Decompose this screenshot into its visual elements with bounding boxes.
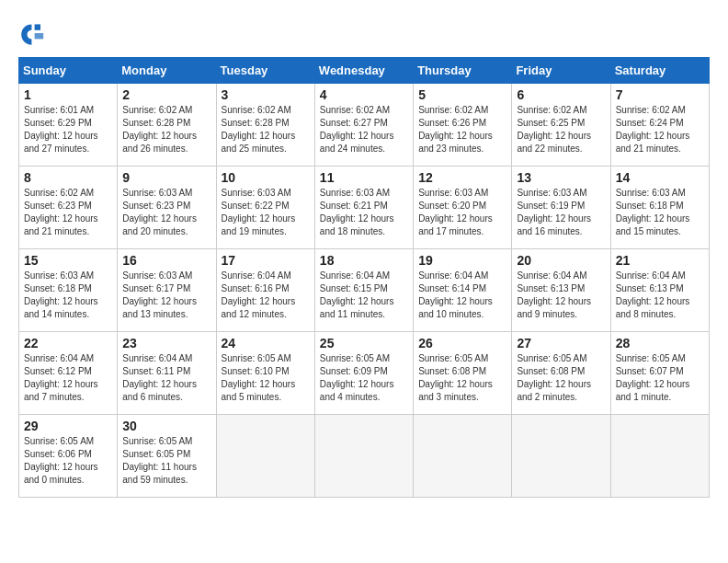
calendar-day-26: 26Sunrise: 6:05 AM Sunset: 6:08 PM Dayli… xyxy=(414,332,512,415)
weekday-header-friday: Friday xyxy=(512,58,610,84)
calendar-day-2: 2Sunrise: 6:02 AM Sunset: 6:28 PM Daylig… xyxy=(118,84,216,167)
calendar-day-22: 22Sunrise: 6:04 AM Sunset: 6:12 PM Dayli… xyxy=(19,332,118,415)
calendar-table: SundayMondayTuesdayWednesdayThursdayFrid… xyxy=(18,57,710,498)
calendar-week-4: 22Sunrise: 6:04 AM Sunset: 6:12 PM Dayli… xyxy=(19,332,710,415)
calendar-day-29: 29Sunrise: 6:05 AM Sunset: 6:06 PM Dayli… xyxy=(19,415,118,498)
calendar-empty xyxy=(512,415,610,498)
calendar-day-28: 28Sunrise: 6:05 AM Sunset: 6:07 PM Dayli… xyxy=(610,332,709,415)
calendar-day-21: 21Sunrise: 6:04 AM Sunset: 6:13 PM Dayli… xyxy=(610,249,709,332)
calendar-week-2: 8Sunrise: 6:02 AM Sunset: 6:23 PM Daylig… xyxy=(19,167,710,249)
calendar-week-1: 1Sunrise: 6:01 AM Sunset: 6:29 PM Daylig… xyxy=(19,84,710,167)
calendar-day-19: 19Sunrise: 6:04 AM Sunset: 6:14 PM Dayli… xyxy=(414,249,512,332)
weekday-header-saturday: Saturday xyxy=(610,58,709,84)
calendar-day-17: 17Sunrise: 6:04 AM Sunset: 6:16 PM Dayli… xyxy=(216,249,314,332)
calendar-day-25: 25Sunrise: 6:05 AM Sunset: 6:09 PM Dayli… xyxy=(314,332,413,415)
weekday-header-tuesday: Tuesday xyxy=(216,58,314,84)
calendar-day-6: 6Sunrise: 6:02 AM Sunset: 6:25 PM Daylig… xyxy=(512,84,610,167)
calendar-empty xyxy=(414,415,512,498)
calendar-day-16: 16Sunrise: 6:03 AM Sunset: 6:17 PM Dayli… xyxy=(118,249,216,332)
calendar-day-4: 4Sunrise: 6:02 AM Sunset: 6:27 PM Daylig… xyxy=(314,84,413,167)
weekday-header-row: SundayMondayTuesdayWednesdayThursdayFrid… xyxy=(19,58,710,84)
calendar-empty xyxy=(610,415,709,498)
logo-icon xyxy=(18,18,48,48)
weekday-header-sunday: Sunday xyxy=(19,58,118,84)
calendar-day-23: 23Sunrise: 6:04 AM Sunset: 6:11 PM Dayli… xyxy=(118,332,216,415)
calendar-empty xyxy=(216,415,314,498)
calendar-day-20: 20Sunrise: 6:04 AM Sunset: 6:13 PM Dayli… xyxy=(512,249,610,332)
calendar-day-1: 1Sunrise: 6:01 AM Sunset: 6:29 PM Daylig… xyxy=(19,84,118,167)
calendar-day-5: 5Sunrise: 6:02 AM Sunset: 6:26 PM Daylig… xyxy=(414,84,512,167)
calendar-day-3: 3Sunrise: 6:02 AM Sunset: 6:28 PM Daylig… xyxy=(216,84,314,167)
calendar-day-14: 14Sunrise: 6:03 AM Sunset: 6:18 PM Dayli… xyxy=(610,167,709,249)
calendar-week-5: 29Sunrise: 6:05 AM Sunset: 6:06 PM Dayli… xyxy=(19,415,710,498)
weekday-header-wednesday: Wednesday xyxy=(314,58,413,84)
calendar-day-9: 9Sunrise: 6:03 AM Sunset: 6:23 PM Daylig… xyxy=(118,167,216,249)
calendar-day-24: 24Sunrise: 6:05 AM Sunset: 6:10 PM Dayli… xyxy=(216,332,314,415)
calendar-day-30: 30Sunrise: 6:05 AM Sunset: 6:05 PM Dayli… xyxy=(118,415,216,498)
calendar-day-13: 13Sunrise: 6:03 AM Sunset: 6:19 PM Dayli… xyxy=(512,167,610,249)
calendar-day-18: 18Sunrise: 6:04 AM Sunset: 6:15 PM Dayli… xyxy=(314,249,413,332)
calendar-day-27: 27Sunrise: 6:05 AM Sunset: 6:08 PM Dayli… xyxy=(512,332,610,415)
calendar-empty xyxy=(314,415,413,498)
calendar-day-7: 7Sunrise: 6:02 AM Sunset: 6:24 PM Daylig… xyxy=(610,84,709,167)
calendar-day-8: 8Sunrise: 6:02 AM Sunset: 6:23 PM Daylig… xyxy=(19,167,118,249)
calendar-day-11: 11Sunrise: 6:03 AM Sunset: 6:21 PM Dayli… xyxy=(314,167,413,249)
weekday-header-monday: Monday xyxy=(118,58,216,84)
logo xyxy=(18,18,51,48)
calendar-day-15: 15Sunrise: 6:03 AM Sunset: 6:18 PM Dayli… xyxy=(19,249,118,332)
calendar-day-10: 10Sunrise: 6:03 AM Sunset: 6:22 PM Dayli… xyxy=(216,167,314,249)
calendar-week-3: 15Sunrise: 6:03 AM Sunset: 6:18 PM Dayli… xyxy=(19,249,710,332)
calendar-day-12: 12Sunrise: 6:03 AM Sunset: 6:20 PM Dayli… xyxy=(414,167,512,249)
weekday-header-thursday: Thursday xyxy=(414,58,512,84)
page-header xyxy=(18,18,710,48)
